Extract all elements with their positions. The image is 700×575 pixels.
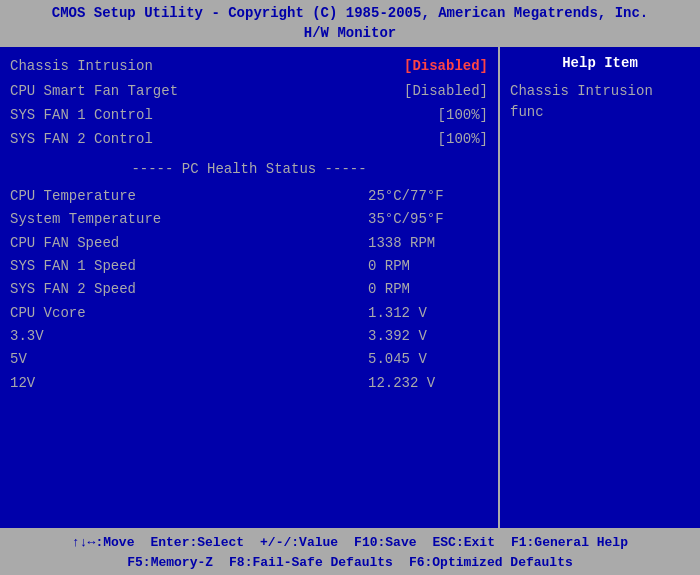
footer-desc: :Exit (456, 535, 495, 550)
health-label: CPU Temperature (10, 185, 190, 207)
header-line2: H/W Monitor (0, 24, 700, 44)
footer-desc: Value (299, 535, 338, 550)
health-value: 25°C/77°F (368, 185, 488, 207)
footer-key: ESC (433, 535, 456, 550)
app: CMOS Setup Utility - Copyright (C) 1985-… (0, 0, 700, 575)
footer-item: ↑↓↔:Move (72, 533, 134, 553)
setting-row[interactable]: Chassis Intrusion[Disabled] (10, 55, 488, 77)
header: CMOS Setup Utility - Copyright (C) 1985-… (0, 0, 700, 45)
setting-label: CPU Smart Fan Target (10, 80, 190, 102)
footer-desc: :Memory-Z (143, 555, 213, 570)
health-row: CPU Temperature25°C/77°F (10, 185, 488, 207)
footer-item: F8:Fail-Safe Defaults (229, 553, 393, 573)
footer: ↑↓↔:MoveEnter:Select+/-/:ValueF10:SaveES… (0, 528, 700, 575)
footer-key: Enter (150, 535, 189, 550)
health-value: 3.392 V (368, 325, 488, 347)
health-label: 3.3V (10, 325, 190, 347)
footer-item: F10:Save (354, 533, 416, 553)
health-row: 12V12.232 V (10, 372, 488, 394)
footer-key: +/-/: (260, 535, 299, 550)
health-label: SYS FAN 1 Speed (10, 255, 190, 277)
footer-key: ↑↓↔ (72, 535, 95, 550)
footer-desc: :General Help (527, 535, 628, 550)
footer-item: Enter:Select (150, 533, 244, 553)
footer-key: F8 (229, 555, 245, 570)
footer-item: ESC:Exit (433, 533, 495, 553)
footer-item: F6:Optimized Defaults (409, 553, 573, 573)
left-panel: Chassis Intrusion[Disabled]CPU Smart Fan… (0, 47, 500, 528)
help-text: Chassis Intrusion func (510, 81, 690, 123)
footer-key: F6 (409, 555, 425, 570)
setting-value[interactable]: [100%] (438, 128, 488, 150)
health-label: CPU FAN Speed (10, 232, 190, 254)
health-row: CPU Vcore1.312 V (10, 302, 488, 324)
footer-desc: :Optimized Defaults (425, 555, 573, 570)
setting-label: Chassis Intrusion (10, 55, 190, 77)
footer-item: F5:Memory-Z (127, 553, 213, 573)
footer-desc: :Fail-Safe Defaults (245, 555, 393, 570)
health-value: 12.232 V (368, 372, 488, 394)
setting-row[interactable]: CPU Smart Fan Target[Disabled] (10, 80, 488, 102)
setting-label: SYS FAN 2 Control (10, 128, 190, 150)
header-line1: CMOS Setup Utility - Copyright (C) 1985-… (0, 4, 700, 24)
footer-desc: :Move (95, 535, 134, 550)
main-content: Chassis Intrusion[Disabled]CPU Smart Fan… (0, 45, 700, 528)
health-value: 0 RPM (368, 255, 488, 277)
health-value: 35°C/95°F (368, 208, 488, 230)
footer-item: +/-/:Value (260, 533, 338, 553)
health-label: CPU Vcore (10, 302, 190, 324)
right-panel: Help Item Chassis Intrusion func (500, 47, 700, 528)
footer-row1: ↑↓↔:MoveEnter:Select+/-/:ValueF10:SaveES… (6, 533, 694, 553)
health-value: 1.312 V (368, 302, 488, 324)
setting-value[interactable]: [Disabled] (404, 55, 488, 77)
setting-value[interactable]: [Disabled] (404, 80, 488, 102)
health-row: SYS FAN 1 Speed0 RPM (10, 255, 488, 277)
health-rows: CPU Temperature25°C/77°FSystem Temperatu… (10, 185, 488, 395)
setting-row[interactable]: SYS FAN 1 Control[100%] (10, 104, 488, 126)
health-label: System Temperature (10, 208, 190, 230)
health-label: SYS FAN 2 Speed (10, 278, 190, 300)
footer-key: F5 (127, 555, 143, 570)
setting-value[interactable]: [100%] (438, 104, 488, 126)
footer-row2: F5:Memory-ZF8:Fail-Safe DefaultsF6:Optim… (6, 553, 694, 573)
health-value: 1338 RPM (368, 232, 488, 254)
settings-rows: Chassis Intrusion[Disabled]CPU Smart Fan… (10, 55, 488, 151)
health-label: 5V (10, 348, 190, 370)
pc-health-header: ----- PC Health Status ----- (10, 161, 488, 177)
footer-key: F1 (511, 535, 527, 550)
health-value: 5.045 V (368, 348, 488, 370)
health-row: CPU FAN Speed1338 RPM (10, 232, 488, 254)
setting-label: SYS FAN 1 Control (10, 104, 190, 126)
health-row: System Temperature35°C/95°F (10, 208, 488, 230)
health-row: SYS FAN 2 Speed0 RPM (10, 278, 488, 300)
footer-desc: :Select (189, 535, 244, 550)
help-title: Help Item (510, 55, 690, 71)
footer-desc: :Save (378, 535, 417, 550)
footer-key: F10 (354, 535, 377, 550)
health-value: 0 RPM (368, 278, 488, 300)
health-row: 5V5.045 V (10, 348, 488, 370)
setting-row[interactable]: SYS FAN 2 Control[100%] (10, 128, 488, 150)
health-row: 3.3V3.392 V (10, 325, 488, 347)
health-label: 12V (10, 372, 190, 394)
footer-item: F1:General Help (511, 533, 628, 553)
